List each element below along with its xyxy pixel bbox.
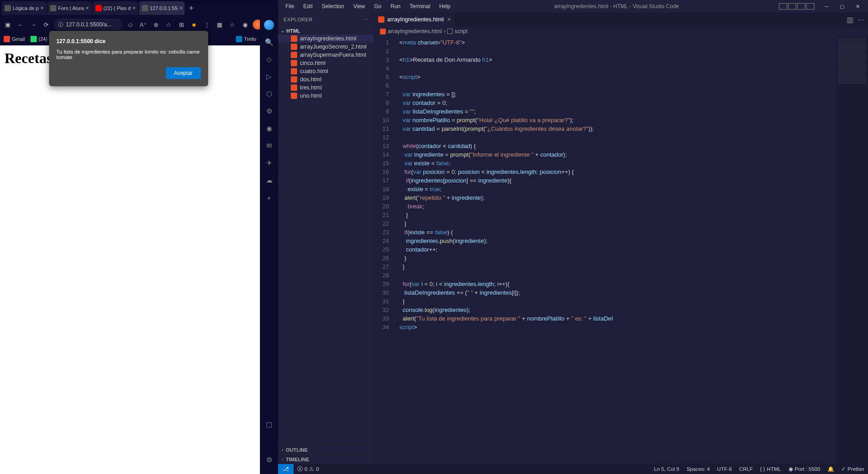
extension-icon[interactable]: ⋮ [202,20,212,30]
tools-icon[interactable]: ✉ [264,141,274,151]
tools-icon[interactable]: ▷ [264,72,274,82]
split-icon[interactable]: ▥ [847,15,853,24]
status-prettier[interactable]: ✓Prettier [838,466,868,472]
file-item[interactable]: arrayIngredientes.html [278,35,374,43]
file-item[interactable]: tres.html [278,84,374,92]
status-encoding[interactable]: UTF-8 [713,466,736,472]
panel-icon[interactable]: ▢ [264,420,274,430]
chevron-right-icon: › [444,28,445,35]
menu-edit[interactable]: Edit [299,3,316,10]
close-icon[interactable]: × [40,5,44,11]
extension-icon[interactable]: ▦ [215,20,224,30]
layout-icon[interactable] [779,3,787,10]
menu-go[interactable]: Go [370,3,385,10]
menu-selection[interactable]: Selection [318,3,348,10]
layout-icon[interactable] [806,3,814,10]
copilot-icon[interactable] [264,20,274,30]
file-item[interactable]: arrayJuegoSecreto_2.html [278,43,374,51]
file-item[interactable]: cuatro.html [278,67,374,75]
layout-icon[interactable] [788,3,796,10]
menu-file[interactable]: File [282,3,298,10]
bell-icon: 🔔 [828,466,834,472]
status-port[interactable]: ◉Port : 5500 [785,466,824,472]
add-icon[interactable]: + [264,193,274,202]
file-name: dos.html [300,76,321,83]
forward-icon[interactable]: → [28,20,38,30]
status-cursor[interactable]: Ln 5, Col 9 [650,466,683,472]
games-icon[interactable]: ⬡ [264,89,274,99]
bookmark-gmail[interactable]: Gmail [4,36,25,42]
file-name: arraySupermanFuera.html [300,52,366,58]
page-content: Recetas d [0,45,278,474]
code-content[interactable]: <meta charset="UTF-8"> <h1>Recetas de Do… [394,36,836,464]
more-icon[interactable]: ⋯ [857,15,864,24]
menu-run[interactable]: Run [387,3,404,10]
maximize-icon[interactable]: ▢ [835,2,849,11]
price-tag-icon[interactable]: ◇ [125,20,135,30]
alert-accept-button[interactable]: Aceptar [166,67,201,79]
browser-tab[interactable]: Lógica de p× [2,1,46,15]
close-icon[interactable]: × [447,16,450,23]
folder-name: HTML [286,28,300,34]
outline-section[interactable]: ›OUTLINE [278,445,374,454]
menu-help[interactable]: Help [436,3,454,10]
address-bar[interactable]: ⓘ 127.0.0.1:5500/a... [54,19,123,30]
favicon-icon [95,5,102,11]
code-editor[interactable]: 1234567891011121314151617181920212223242… [374,36,868,464]
minimize-icon[interactable]: ─ [820,2,833,11]
collections-icon[interactable]: ⊞ [176,20,186,30]
layout-icon[interactable] [797,3,805,10]
bookmark-trello[interactable]: Trello [236,36,256,42]
browser-tab-active[interactable]: 127.0.0.1:55× [139,1,185,15]
tab-actions-icon[interactable]: ▣ [3,20,13,30]
browser-tab[interactable]: (22) ( Pies d× [93,1,138,15]
file-item[interactable]: dos.html [278,75,374,84]
shopping-icon[interactable]: ◇ [264,54,274,64]
menu-terminal[interactable]: Terminal [406,3,434,10]
extension-icon[interactable]: ☆ [227,20,237,30]
file-item[interactable]: arraySupermanFuera.html [278,51,374,59]
status-notifications[interactable]: 🔔 [824,466,838,472]
search-icon[interactable]: 🔍 [264,37,274,47]
folder-header[interactable]: ⌄ HTML [278,27,374,35]
tab-filename: arrayIngredientes.html [387,16,444,23]
send-icon[interactable]: ✈ [264,158,274,168]
close-icon[interactable]: × [86,5,89,11]
new-tab-button[interactable]: + [185,4,198,13]
file-item[interactable]: cinco.html [278,59,374,67]
status-eol[interactable]: CRLF [735,466,756,472]
extension-icon[interactable]: ◉ [240,20,250,30]
chevron-down-icon: ⌄ [281,29,284,33]
close-icon[interactable]: × [133,5,136,11]
menu-view[interactable]: View [349,3,369,10]
editor-tab[interactable]: arrayIngredientes.html × [374,13,456,26]
read-aloud-icon[interactable]: A⁺ [138,20,148,30]
file-name: tres.html [300,84,322,91]
zoom-icon[interactable]: ⊕ [151,20,161,30]
status-lang[interactable]: { }HTML [756,466,784,472]
file-name: cuatro.html [300,68,328,74]
status-errors[interactable]: ⓧ0⚠0 [294,466,323,473]
more-icon[interactable]: ⋯ [363,17,369,23]
tools-icon[interactable]: ⚙ [264,106,274,116]
gear-icon[interactable]: ⚙ [264,455,274,465]
remote-icon[interactable]: ⎇ [278,464,294,474]
extension-icon[interactable]: ■ [189,20,199,30]
breadcrumb[interactable]: arrayIngredientes.html › script [374,26,868,36]
close-icon[interactable]: ✕ [851,2,864,11]
status-left: ⎇ ⓧ0⚠0 [278,464,323,474]
tools-icon[interactable]: ◉ [264,123,274,133]
html-file-icon [291,60,297,66]
browser-tab[interactable]: Foro | Alura× [47,1,92,15]
tab-label: Lógica de p [13,5,39,11]
file-item[interactable]: uno.html [278,92,374,100]
timeline-section[interactable]: ›TIMELINE [278,454,374,464]
cloud-icon[interactable]: ☁ [264,175,274,185]
refresh-icon[interactable]: ⟳ [41,20,51,30]
back-icon[interactable]: ← [15,20,25,30]
status-spaces[interactable]: Spaces: 4 [683,466,713,472]
close-icon[interactable]: × [180,5,183,11]
minimap[interactable] [836,36,868,464]
broadcast-icon: ◉ [788,466,793,472]
favorites-icon[interactable]: ☆ [164,20,174,30]
